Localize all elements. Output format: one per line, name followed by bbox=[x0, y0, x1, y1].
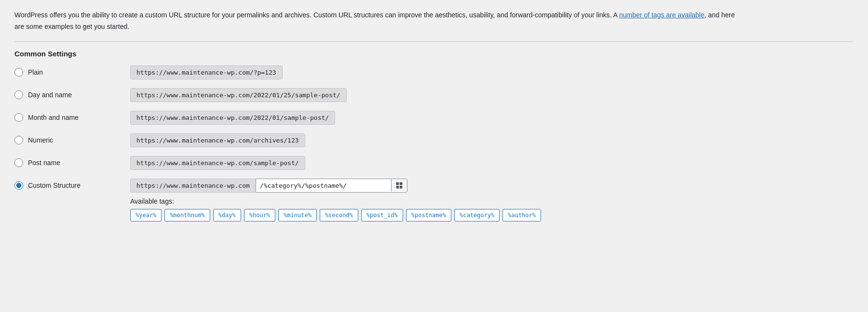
post-name-label-text: Post name bbox=[28, 159, 60, 167]
permalink-option-numeric: Numerichttps://www.maintenance-wp.com/ar… bbox=[14, 133, 854, 147]
permalink-option-post-name: Post namehttps://www.maintenance-wp.com/… bbox=[14, 156, 854, 170]
custom-base-url: https://www.maintenance-wp.com bbox=[130, 179, 256, 193]
custom-structure-radio-label[interactable]: Custom Structure bbox=[14, 181, 130, 190]
post-name-url-display: https://www.maintenance-wp.com/sample-po… bbox=[130, 156, 305, 170]
available-tags-label: Available tags: bbox=[130, 197, 854, 205]
custom-structure-label-text: Custom Structure bbox=[28, 182, 81, 189]
permalink-option-plain: Plainhttps://www.maintenance-wp.com/?p=1… bbox=[14, 65, 854, 79]
permalink-option-month-and-name: Month and namehttps://www.maintenance-wp… bbox=[14, 111, 854, 125]
permalink-options-container: Plainhttps://www.maintenance-wp.com/?p=1… bbox=[14, 65, 854, 170]
plain-label-text: Plain bbox=[28, 68, 43, 76]
tag-btn-minute[interactable]: %minute% bbox=[278, 209, 317, 221]
custom-input-wrapper bbox=[256, 179, 407, 193]
day-and-name-url-display: https://www.maintenance-wp.com/2022/01/2… bbox=[130, 88, 347, 102]
day-and-name-label-text: Day and name bbox=[28, 91, 72, 99]
intro-text-before: WordPress offers you the ability to crea… bbox=[14, 11, 619, 19]
tag-btn-hour[interactable]: %hour% bbox=[244, 209, 275, 221]
numeric-radio-label[interactable]: Numeric bbox=[14, 136, 130, 144]
month-and-name-url-display: https://www.maintenance-wp.com/2022/01/s… bbox=[130, 111, 335, 125]
tag-btn-monthnum[interactable]: %monthnum% bbox=[164, 209, 210, 221]
custom-structure-input[interactable] bbox=[256, 179, 391, 192]
tag-btn-second[interactable]: %second% bbox=[320, 209, 358, 221]
tags-available-link[interactable]: number of tags are available bbox=[619, 11, 705, 19]
day-and-name-radio[interactable] bbox=[14, 91, 23, 99]
tag-btn-author[interactable]: %author% bbox=[502, 209, 541, 221]
svg-rect-2 bbox=[396, 186, 399, 189]
custom-structure-radio[interactable] bbox=[14, 181, 23, 190]
intro-paragraph: WordPress offers you the ability to crea… bbox=[14, 10, 738, 33]
tag-btn-year[interactable]: %year% bbox=[130, 209, 162, 221]
permalink-option-day-and-name: Day and namehttps://www.maintenance-wp.c… bbox=[14, 88, 854, 102]
svg-rect-1 bbox=[400, 182, 403, 185]
numeric-radio[interactable] bbox=[14, 136, 23, 144]
numeric-label-text: Numeric bbox=[28, 136, 53, 144]
plain-radio-label[interactable]: Plain bbox=[14, 68, 130, 77]
tags-container: %year%%monthnum%%day%%hour%%minute%%seco… bbox=[130, 209, 854, 221]
available-tags-section: Available tags: %year%%monthnum%%day%%ho… bbox=[130, 197, 854, 221]
plain-radio[interactable] bbox=[14, 68, 23, 77]
custom-structure-row: Custom Structure https://www.maintenance… bbox=[14, 179, 854, 221]
tag-btn-category[interactable]: %category% bbox=[454, 209, 500, 221]
suggest-structure-button[interactable] bbox=[391, 179, 407, 192]
month-and-name-radio[interactable] bbox=[14, 113, 23, 122]
numeric-url-display: https://www.maintenance-wp.com/archives/… bbox=[130, 133, 305, 147]
plain-url-display: https://www.maintenance-wp.com/?p=123 bbox=[130, 65, 283, 79]
tag-btn-postname[interactable]: %postname% bbox=[406, 209, 451, 221]
post-name-radio-label[interactable]: Post name bbox=[14, 158, 130, 167]
grid-icon bbox=[395, 182, 403, 189]
common-settings-title: Common Settings bbox=[14, 41, 854, 58]
month-and-name-radio-label[interactable]: Month and name bbox=[14, 113, 130, 122]
tag-btn-day[interactable]: %day% bbox=[213, 209, 241, 221]
day-and-name-radio-label[interactable]: Day and name bbox=[14, 91, 130, 99]
month-and-name-label-text: Month and name bbox=[28, 114, 79, 121]
svg-rect-3 bbox=[400, 186, 403, 189]
post-name-radio[interactable] bbox=[14, 158, 23, 167]
tag-btn-post_id[interactable]: %post_id% bbox=[361, 209, 403, 221]
svg-rect-0 bbox=[396, 182, 399, 185]
